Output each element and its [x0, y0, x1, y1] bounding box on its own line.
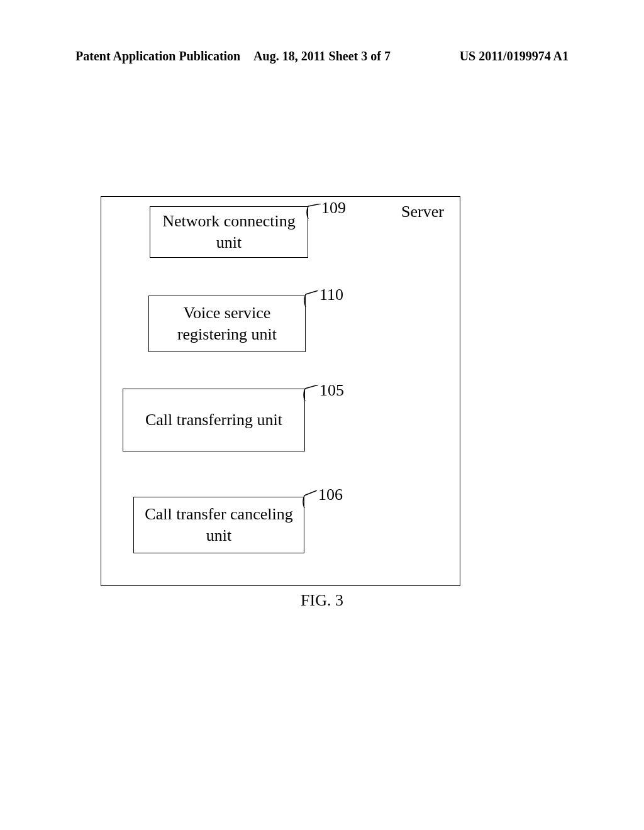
- unit-box-110: Voice service registering unit: [148, 296, 306, 352]
- leader-line-icon: [301, 385, 319, 404]
- unit-label: Call transferring unit: [145, 409, 282, 431]
- unit-label: Voice service registering unit: [154, 302, 300, 345]
- leader-line-icon: [303, 204, 322, 223]
- header-center: Aug. 18, 2011 Sheet 3 of 7: [253, 49, 391, 64]
- figure-caption: FIG. 3: [0, 591, 644, 610]
- ref-label-109: 109: [321, 199, 346, 218]
- svg-line-3: [304, 490, 317, 495]
- unit-box-109: Network connecting unit: [150, 206, 308, 258]
- svg-line-1: [306, 290, 318, 294]
- header-right: US 2011/0199974 A1: [460, 49, 569, 64]
- leader-line-icon: [299, 490, 318, 509]
- unit-box-105: Call transferring unit: [123, 389, 305, 451]
- ref-label-110: 110: [319, 285, 343, 304]
- leader-line-icon: [302, 290, 321, 309]
- ref-label-106: 106: [318, 485, 343, 504]
- server-label: Server: [401, 202, 444, 221]
- ref-label-105: 105: [319, 381, 344, 400]
- svg-line-2: [305, 385, 318, 389]
- header-left: Patent Application Publication: [75, 49, 240, 64]
- unit-label: Network connecting unit: [155, 211, 303, 253]
- unit-box-106: Call transfer canceling unit: [133, 497, 304, 553]
- svg-line-0: [308, 204, 321, 206]
- unit-label: Call transfer canceling unit: [139, 504, 299, 546]
- page-header: Patent Application Publication Aug. 18, …: [0, 49, 644, 64]
